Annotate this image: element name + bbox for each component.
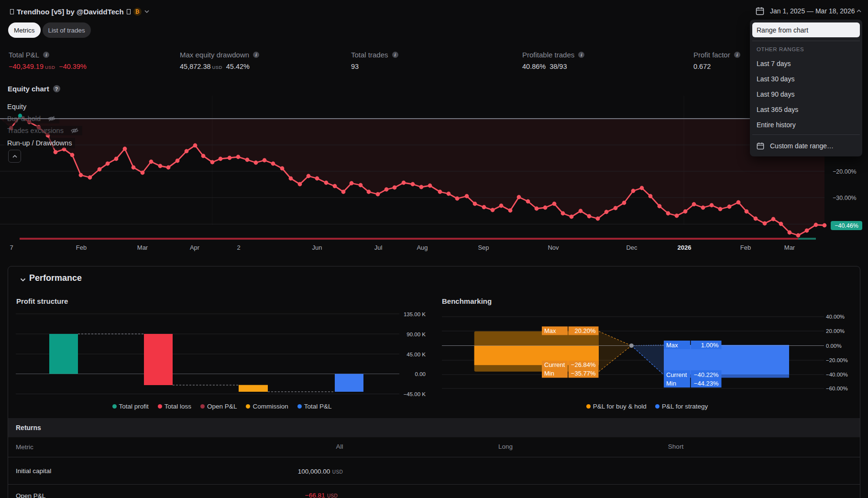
- svg-text:−60.00%: −60.00%: [826, 386, 848, 391]
- svg-text:Mar: Mar: [784, 244, 795, 251]
- svg-text:Nov: Nov: [548, 244, 559, 251]
- svg-text:40.00%: 40.00%: [826, 314, 845, 320]
- svg-text:2: 2: [237, 244, 240, 251]
- svg-text:−40.46%: −40.46%: [835, 222, 858, 229]
- svg-text:20.00%: 20.00%: [826, 328, 845, 334]
- svg-text:Min: Min: [544, 370, 554, 377]
- svg-text:−26.84%: −26.84%: [571, 361, 596, 368]
- svg-text:Max: Max: [666, 342, 678, 349]
- svg-text:Current: Current: [544, 361, 565, 368]
- svg-text:20.20%: 20.20%: [574, 327, 596, 334]
- svg-text:7: 7: [10, 244, 13, 251]
- svg-text:Mar: Mar: [137, 244, 148, 251]
- svg-text:Feb: Feb: [76, 244, 87, 251]
- svg-text:−35.77%: −35.77%: [571, 370, 596, 377]
- svg-text:Sep: Sep: [478, 244, 489, 251]
- svg-text:−30.00%: −30.00%: [833, 195, 857, 201]
- svg-text:45.00 K: 45.00 K: [407, 352, 426, 357]
- svg-text:−45.00 K: −45.00 K: [404, 391, 426, 397]
- svg-text:Current: Current: [666, 371, 687, 378]
- svg-text:0.00%: 0.00%: [826, 343, 842, 349]
- svg-text:90.00 K: 90.00 K: [407, 332, 426, 337]
- svg-text:Jul: Jul: [374, 244, 383, 251]
- svg-text:Apr: Apr: [190, 244, 200, 251]
- svg-text:Jun: Jun: [312, 244, 322, 251]
- svg-text:Aug: Aug: [417, 244, 428, 251]
- svg-text:1.00%: 1.00%: [701, 342, 719, 349]
- svg-text:−40.22%: −40.22%: [694, 371, 719, 378]
- svg-text:−44.23%: −44.23%: [694, 380, 719, 387]
- svg-text:2026: 2026: [678, 244, 692, 251]
- svg-text:Max: Max: [544, 327, 556, 334]
- svg-text:Feb: Feb: [740, 244, 751, 251]
- svg-text:−40.00%: −40.00%: [826, 372, 848, 377]
- svg-text:0.00: 0.00: [415, 371, 426, 377]
- svg-text:Dec: Dec: [626, 244, 637, 251]
- svg-text:−20.00%: −20.00%: [826, 357, 848, 363]
- svg-text:135.00 K: 135.00 K: [404, 311, 426, 317]
- svg-text:−20.00%: −20.00%: [833, 168, 857, 175]
- svg-text:Min: Min: [666, 380, 676, 387]
